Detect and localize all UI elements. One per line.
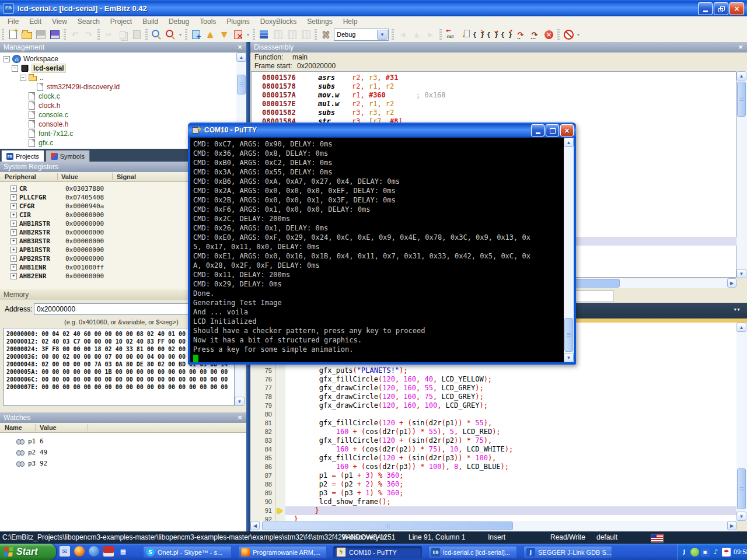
expand-plus-icon[interactable]: +	[11, 203, 17, 209]
open-file-icon[interactable]	[20, 28, 33, 41]
line-number[interactable]: 82	[250, 428, 276, 436]
tree-item-lcd-serial[interactable]: −lcd-serial	[0, 64, 236, 73]
address-input[interactable]: 0x20000000	[34, 303, 193, 315]
marker-margin[interactable]	[276, 489, 285, 498]
toolbar-grip[interactable]	[557, 29, 560, 40]
line-number[interactable]: 79	[250, 401, 276, 410]
chevron-down-icon[interactable]: ▼	[377, 30, 388, 40]
close-icon[interactable]: ×	[236, 414, 244, 422]
marker-margin[interactable]	[276, 375, 285, 384]
find-icon[interactable]	[150, 28, 163, 41]
tree-item-workspace[interactable]: −Workspace	[0, 54, 236, 64]
putty-title-bar[interactable]: COM10 - PuTTY ×	[188, 123, 576, 138]
step-out-icon[interactable]	[500, 28, 513, 41]
taskbar-button-putty[interactable]: ϟCOM10 - PuTTY	[333, 546, 422, 558]
step-instruction-icon[interactable]	[528, 28, 541, 41]
toolbar-grip[interactable]	[2, 29, 4, 40]
toolbar-grip[interactable]	[392, 29, 394, 40]
putty-maximize-button[interactable]	[546, 124, 559, 136]
line-number[interactable]: 91	[250, 506, 276, 515]
putty-close-button[interactable]: ×	[560, 124, 574, 136]
tab-symbols[interactable]: Symbols	[46, 150, 90, 162]
line-number[interactable]: 85	[250, 454, 276, 463]
cut-icon[interactable]	[102, 28, 115, 41]
debug-stop-icon[interactable]	[542, 28, 555, 41]
step-over-icon[interactable]	[486, 28, 499, 41]
expand-plus-icon[interactable]: +	[11, 264, 17, 271]
minimize-button[interactable]	[698, 2, 713, 15]
taskbar-button-skype[interactable]: SOnet.pl - Skype™ - s...	[143, 546, 232, 558]
menu-settings[interactable]: Settings	[302, 18, 337, 26]
menu-project[interactable]: Project	[105, 18, 137, 26]
target-down-icon[interactable]	[218, 28, 231, 41]
expand-plus-icon[interactable]: +	[11, 238, 17, 244]
toolbar-grip[interactable]	[439, 29, 442, 40]
editor-vscrollbar[interactable]: ▲ ▼	[736, 323, 747, 521]
taskbar-button-embitz[interactable]: EBlcd-serial.c [lcd-serial]...	[428, 546, 517, 558]
toolbar-grip[interactable]	[64, 29, 66, 40]
save-all-icon[interactable]	[48, 28, 61, 41]
expand-toggle-icon[interactable]: −	[4, 56, 10, 62]
expand-plus-icon[interactable]: +	[11, 212, 17, 218]
expand-plus-icon[interactable]: +	[11, 229, 17, 236]
expand-plus-icon[interactable]: +	[11, 247, 17, 253]
new-file-icon[interactable]	[6, 28, 19, 41]
menu-file[interactable]: File	[2, 18, 24, 26]
marker-margin[interactable]	[276, 393, 285, 401]
debug-target-select[interactable]: Debug▼	[334, 29, 389, 41]
quicklaunch-browser-icon[interactable]	[89, 546, 99, 556]
restore-button[interactable]	[714, 2, 728, 15]
close-icon[interactable]: ×	[736, 43, 745, 51]
marker-margin[interactable]	[276, 410, 285, 419]
menu-build[interactable]: Build	[137, 18, 163, 26]
toolbar-grip[interactable]	[145, 29, 148, 40]
expand-plus-icon[interactable]: +	[11, 256, 17, 262]
line-number[interactable]: 90	[250, 498, 276, 506]
step-into-icon[interactable]	[472, 28, 485, 41]
tree-item-clock-h[interactable]: clock.h	[0, 101, 236, 110]
marker-margin[interactable]	[276, 401, 285, 410]
taskbar-button-firefox[interactable]: Programowanie ARM,...	[238, 546, 327, 558]
marker-margin[interactable]	[276, 498, 285, 506]
menu-plugins[interactable]: Plugins	[221, 18, 254, 26]
keyboard-layout-flag-icon[interactable]	[651, 534, 664, 542]
menu-tools[interactable]: Tools	[194, 18, 221, 26]
toolbar-grip[interactable]	[185, 29, 187, 40]
line-number[interactable]: 87	[250, 471, 276, 480]
expand-plus-icon[interactable]: +	[11, 273, 17, 279]
tab-projects[interactable]: EBProjects	[1, 150, 44, 162]
tree-item-clock-c[interactable]: clock.c	[0, 92, 236, 101]
codemeter-icon[interactable]	[690, 548, 699, 556]
tree-item--[interactable]: −..	[0, 73, 236, 82]
menu-edit[interactable]: Edit	[24, 18, 47, 26]
watch-row[interactable]: p249	[0, 447, 246, 458]
copy-icon[interactable]	[116, 28, 129, 41]
toolbar-chevron-icon[interactable]: ▾	[577, 32, 580, 37]
line-number[interactable]: 78	[250, 393, 276, 401]
watch-row[interactable]: p392	[0, 458, 246, 469]
volume-icon[interactable]: ♪	[711, 548, 720, 556]
marker-margin[interactable]	[276, 419, 285, 428]
debug-reset-icon[interactable]	[444, 28, 457, 41]
marker-margin[interactable]	[276, 471, 285, 480]
taskbar-button-jlink[interactable]: JSEGGER J-Link GDB S...	[523, 546, 612, 558]
double-chevron-down-icon[interactable]: ▼▼	[733, 307, 740, 312]
quicklaunch-mail-icon[interactable]: ✉	[60, 546, 70, 556]
expand-toggle-icon[interactable]: −	[12, 65, 18, 72]
quicklaunch-calculator-icon[interactable]: ▦	[118, 546, 128, 556]
nav-back-icon[interactable]	[396, 28, 409, 41]
paste-icon[interactable]	[130, 28, 143, 41]
toolbar-grip[interactable]	[315, 29, 317, 40]
save-icon[interactable]	[34, 28, 47, 41]
marker-margin[interactable]	[276, 463, 285, 471]
putty-scrollbar[interactable]: ▲ ▼	[564, 138, 574, 362]
line-number[interactable]: 89	[250, 489, 276, 498]
build-icon[interactable]	[257, 28, 270, 41]
line-number[interactable]: 80	[250, 410, 276, 419]
menu-help[interactable]: Help	[338, 18, 363, 26]
editor-hscrollbar[interactable]: ◀ ▶	[250, 521, 736, 531]
debug-break-icon[interactable]	[562, 28, 575, 41]
disassembly-vscrollbar[interactable]: ▲ ▼	[736, 71, 747, 278]
target-remove-icon[interactable]	[232, 28, 245, 41]
marker-margin[interactable]	[276, 454, 285, 463]
